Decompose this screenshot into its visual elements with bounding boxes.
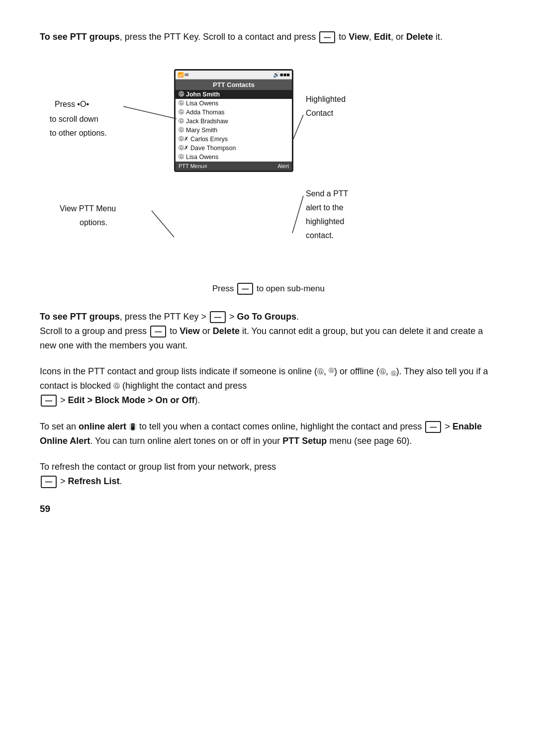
signal-icon: 📶 [178,72,183,78]
groups-paragraph: To see PTT groups, press the PTT Key > —… [40,310,497,352]
press-note: Press — to open sub-menu [40,283,497,295]
contact-icon-2: Ⓖ [179,100,184,106]
highlighted-label: Highlighted [306,94,346,105]
edit-text: Edit [374,32,391,42]
highlighted-contact-label: highlighted [306,216,344,227]
press-scroll-label: Press •O• [55,99,89,110]
message-icon: ✉ [184,72,188,78]
screen-bottom-bar: PTT Menu≡ Alert [176,162,292,170]
contact-name-3: Adda Thomas [186,109,225,116]
online-icon-1: Ⓖ [317,368,324,375]
offline-icon-2: Ⓖ [391,367,396,375]
scroll-down-label: to scroll down [50,114,98,125]
contact-icon-blocked-6: Ⓖ✗ [179,136,188,142]
refresh-list-label: Refresh List [68,476,120,486]
offline-icon-1: Ⓖ [379,368,386,375]
intro-text: , press the PTT Key. Scroll to a contact… [120,32,443,42]
svg-line-0 [123,106,177,119]
view-ptt-label: View PTT Menu [60,203,116,214]
contact-name-6: Carlos Emrys [190,136,228,143]
delete-label: Delete [213,326,240,336]
press-btn-icon: — [237,283,253,295]
contact-row-7: Ⓖ✗ Dave Thompson [176,144,292,153]
groups-btn-icon2: — [150,326,166,337]
edit-block: Edit > Block Mode > On or Off [68,395,195,405]
contact-icon-blocked-7: Ⓖ✗ [179,145,188,151]
contact-icon-3: Ⓖ [179,109,184,115]
screen-status-bar: 📶 ✉ 🔊■■■ [176,71,292,80]
contact-row-2: Ⓖ Lisa Owens [176,99,292,108]
online-alert-bold: online alert [79,421,126,431]
contact-icon-5: Ⓖ [179,127,184,133]
intro-bold: To see PTT groups [40,32,120,42]
delete-text: Delete [406,32,433,42]
contact-name-7: Dave Thompson [190,145,236,152]
ptt-menu-label: PTT Menu≡ [179,163,207,169]
contact-label-2: contact. [306,230,334,241]
page-content: To see PTT groups, press the PTT Key. Sc… [40,30,497,514]
icons-paragraph: Icons in the PTT contact and group lists… [40,364,497,407]
other-options-label: to other options. [50,128,107,139]
device-screen: 📶 ✉ 🔊■■■ PTT Contacts Ⓖ John Smith Ⓖ Lis… [174,69,293,172]
contact-row-6: Ⓖ✗ Carlos Emrys [176,135,292,144]
online-alert-btn-icon: — [425,421,441,433]
contact-name-5: Mary Smith [186,127,217,134]
contact-row-highlighted: Ⓖ John Smith [176,90,292,99]
menu-button-icon: — [319,31,335,43]
svg-line-3 [292,196,303,233]
svg-line-1 [152,211,174,237]
contact-row-4: Ⓖ Jack Bradshaw [176,117,292,126]
groups-bold: To see PTT groups [40,312,120,322]
signal-icons: 📶 ✉ [178,72,188,78]
online-icon-2: Ⓖ [329,369,334,376]
send-ptt-label: Send a PTT [306,188,348,199]
view-label: View [179,326,200,336]
alert-to-label: alert to the [306,202,344,213]
contact-icon-4: Ⓖ [179,118,184,124]
contact-icon-8: Ⓖ [179,154,184,160]
battery-icon: 🔊■■■ [273,72,290,78]
refresh-btn-icon: — [41,476,57,488]
contact-label: Contact [306,108,333,119]
contact-name-1: John Smith [186,91,220,98]
svg-line-2 [292,115,303,141]
alert-label: Alert [277,163,289,169]
contact-row-5: Ⓖ Mary Smith [176,126,292,135]
intro-paragraph: To see PTT groups, press the PTT Key. Sc… [40,30,497,44]
refresh-paragraph: To refresh the contact or group list fro… [40,460,497,489]
page-number: 59 [40,504,497,514]
contact-name-2: Lisa Owens [186,100,218,107]
view-text: View [349,32,369,42]
contact-icon-highlighted: Ⓖ [179,91,184,97]
ptt-setup-label: PTT Setup [282,436,327,446]
block-btn-icon: — [41,395,57,407]
contact-row-3: Ⓖ Adda Thomas [176,108,292,117]
go-to-groups: Go To Groups [237,312,296,322]
contact-name-8: Lisa Owens [186,154,218,161]
online-alert-icon: 📳 [129,423,137,430]
screen-title: PTT Contacts [176,80,292,90]
options-label: options. [80,217,107,228]
online-alert-paragraph: To set an online alert 📳 to tell you whe… [40,420,497,448]
diagram-section: Press •O• to scroll down to other option… [40,59,497,278]
groups-btn-icon: — [210,311,226,323]
blocked-icon: Ⓖ [113,382,120,390]
contact-row-8: Ⓖ Lisa Owens [176,153,292,162]
contact-name-4: Jack Bradshaw [186,118,228,125]
